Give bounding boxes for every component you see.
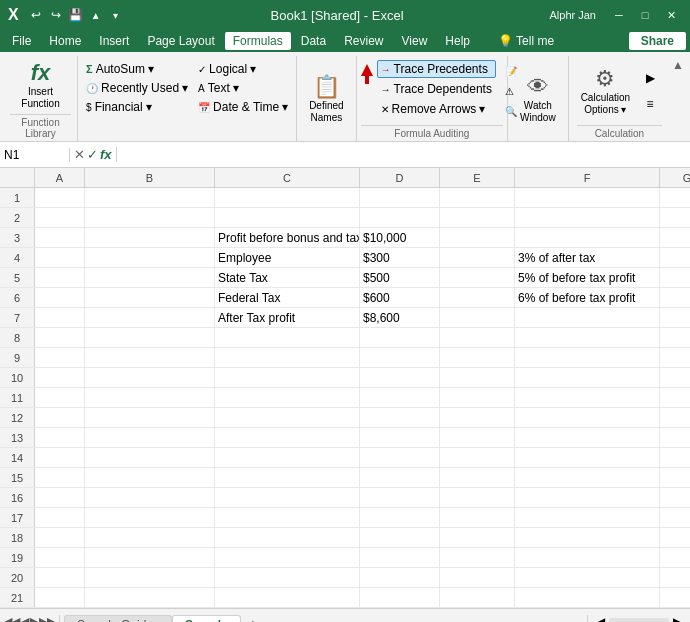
cell[interactable] (660, 288, 690, 307)
scroll-right-btn[interactable]: ▶ (673, 615, 682, 623)
menu-tell-me[interactable]: 💡 Tell me (490, 32, 562, 50)
cell[interactable] (85, 548, 215, 567)
col-header-f[interactable]: F (515, 168, 660, 187)
col-header-c[interactable]: C (215, 168, 360, 187)
menu-formulas[interactable]: Formulas (225, 32, 291, 50)
cell[interactable] (35, 328, 85, 347)
cell[interactable] (660, 328, 690, 347)
cell[interactable] (35, 448, 85, 467)
minimize-btn[interactable]: ─ (608, 4, 630, 26)
date-time-btn[interactable]: 📅 Date & Time ▾ (194, 98, 292, 116)
cell[interactable] (85, 588, 215, 607)
cell[interactable] (440, 348, 515, 367)
cell[interactable] (85, 248, 215, 267)
redo-btn[interactable]: ↪ (47, 6, 65, 24)
cell[interactable] (440, 568, 515, 587)
col-header-g[interactable]: G (660, 168, 690, 187)
cell[interactable] (35, 188, 85, 207)
menu-data[interactable]: Data (293, 32, 334, 50)
cell[interactable]: $10,000 (360, 228, 440, 247)
cell[interactable] (35, 528, 85, 547)
cell[interactable] (85, 368, 215, 387)
cell[interactable] (215, 428, 360, 447)
cell[interactable] (360, 468, 440, 487)
cell[interactable] (360, 428, 440, 447)
first-tab-btn[interactable]: ◀◀ (4, 615, 20, 622)
cell[interactable] (215, 568, 360, 587)
upload-btn[interactable]: ▲ (87, 6, 105, 24)
cell[interactable]: $500 (360, 268, 440, 287)
cell[interactable] (440, 328, 515, 347)
cell[interactable] (515, 508, 660, 527)
insert-function-btn[interactable]: fx InsertFunction (15, 58, 65, 112)
cell[interactable] (35, 508, 85, 527)
cell[interactable] (440, 208, 515, 227)
cell[interactable] (660, 188, 690, 207)
cell[interactable] (515, 228, 660, 247)
cell[interactable] (35, 248, 85, 267)
save-btn[interactable]: 💾 (67, 6, 85, 24)
cell[interactable]: $300 (360, 248, 440, 267)
cell[interactable] (440, 288, 515, 307)
col-header-a[interactable]: A (35, 168, 85, 187)
cell[interactable] (440, 508, 515, 527)
cell[interactable] (440, 548, 515, 567)
cell[interactable] (360, 588, 440, 607)
cell[interactable] (440, 428, 515, 447)
cell[interactable] (35, 208, 85, 227)
cell[interactable] (85, 288, 215, 307)
cell[interactable] (660, 348, 690, 367)
cell[interactable] (215, 188, 360, 207)
cell[interactable]: $8,600 (360, 308, 440, 327)
cell[interactable] (215, 588, 360, 607)
cell[interactable] (215, 368, 360, 387)
sheet-tab-sample-guides[interactable]: Sample Guides (64, 615, 172, 622)
cell[interactable] (515, 188, 660, 207)
cell[interactable] (360, 368, 440, 387)
cell[interactable] (360, 408, 440, 427)
menu-help[interactable]: Help (437, 32, 478, 50)
cell[interactable]: 3% of after tax (515, 248, 660, 267)
customize-btn[interactable]: ▾ (107, 6, 125, 24)
close-btn[interactable]: ✕ (660, 4, 682, 26)
cell[interactable] (85, 228, 215, 247)
menu-share[interactable]: Share (629, 32, 686, 50)
cell[interactable] (440, 228, 515, 247)
cell[interactable] (515, 448, 660, 467)
cell[interactable]: Profit before bonus and tax (215, 228, 360, 247)
cell[interactable] (35, 568, 85, 587)
cell[interactable] (660, 528, 690, 547)
cancel-formula-btn[interactable]: ✕ (74, 147, 85, 162)
insert-function-bar-btn[interactable]: fx (100, 147, 112, 162)
autosum-btn[interactable]: Σ AutoSum ▾ (82, 60, 192, 78)
cell[interactable] (85, 388, 215, 407)
trace-dependents-btn[interactable]: → Trace Dependents (377, 80, 496, 98)
cell[interactable] (360, 508, 440, 527)
cell[interactable] (660, 308, 690, 327)
restore-btn[interactable]: □ (634, 4, 656, 26)
logical-btn[interactable]: ✓ Logical ▾ (194, 60, 292, 78)
cell[interactable] (660, 368, 690, 387)
cell[interactable] (515, 368, 660, 387)
prev-tab-btn[interactable]: ◀ (21, 615, 29, 622)
trace-precedents-btn[interactable]: → Trace Precedents (377, 60, 496, 78)
watch-window-btn[interactable]: 👁 WatchWindow (516, 58, 560, 139)
cell[interactable] (215, 548, 360, 567)
cell[interactable] (85, 208, 215, 227)
cell[interactable] (440, 188, 515, 207)
recently-used-btn[interactable]: 🕐 Recently Used ▾ (82, 79, 192, 97)
cell[interactable] (515, 208, 660, 227)
cell[interactable] (515, 388, 660, 407)
cell[interactable] (35, 488, 85, 507)
sheet-tab-sample[interactable]: Sample (172, 615, 241, 622)
menu-insert[interactable]: Insert (91, 32, 137, 50)
horizontal-scrollbar[interactable] (609, 618, 669, 623)
last-tab-btn[interactable]: ▶▶ (39, 615, 55, 622)
cell[interactable] (515, 568, 660, 587)
undo-btn[interactable]: ↩ (27, 6, 45, 24)
cell[interactable] (515, 528, 660, 547)
cell[interactable] (35, 368, 85, 387)
cell[interactable] (360, 388, 440, 407)
cell[interactable] (85, 468, 215, 487)
calc-now-btn[interactable]: ▶ (638, 66, 662, 90)
